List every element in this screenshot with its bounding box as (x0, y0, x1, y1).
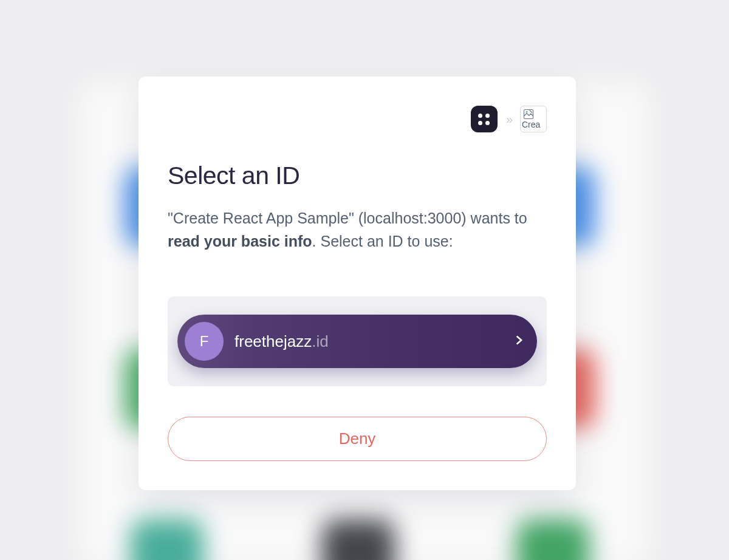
four-dots-icon (478, 114, 490, 125)
chevron-right-icon (513, 333, 525, 350)
destination-app-icon: Crea (520, 106, 547, 132)
identity-list: F freethejazz.id (168, 296, 547, 386)
transfer-chevron-icon: » (506, 113, 509, 125)
source-app-icon (471, 106, 498, 132)
identity-name-suffix: .id (312, 332, 328, 350)
svg-point-1 (526, 111, 528, 113)
auth-modal: » Crea Select an ID "Create React App Sa… (139, 77, 576, 490)
avatar: F (185, 322, 224, 361)
identity-option[interactable]: F freethejazz.id (177, 315, 537, 368)
modal-title: Select an ID (168, 162, 547, 190)
desc-bold: read your basic info (168, 233, 312, 250)
identity-name-main: freethejazz (234, 332, 312, 350)
deny-button[interactable]: Deny (168, 417, 547, 461)
modal-header-icons: » Crea (168, 106, 547, 132)
modal-description: "Create React App Sample" (localhost:300… (168, 207, 547, 253)
destination-app-alt-text: Crea (522, 120, 545, 129)
identity-name: freethejazz.id (234, 332, 502, 351)
desc-suffix: . Select an ID to use: (312, 233, 453, 250)
desc-prefix: "Create React App Sample" (localhost:300… (168, 210, 527, 227)
deny-button-label: Deny (339, 429, 376, 448)
